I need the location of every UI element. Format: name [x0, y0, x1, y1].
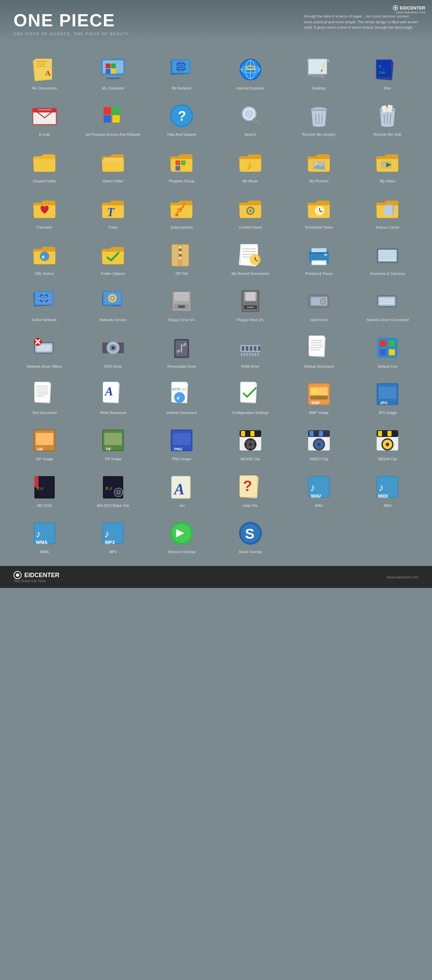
icon-hard-drive[interactable]: Hard Drive — [284, 281, 353, 327]
icon-subscriptions[interactable]: Subscriptions — [148, 188, 216, 235]
icon-favorites[interactable]: Favorites — [10, 188, 79, 235]
icon-bmp-image[interactable]: BMP BMP Image — [284, 374, 353, 420]
icon-control-panel[interactable]: Control Panel — [216, 188, 284, 235]
icons-grid: A My Documents My Computer My Network — [10, 49, 422, 559]
icon-internet-document[interactable]: HTTP:// e Internet Document — [148, 374, 216, 420]
icon-dvd-drive[interactable]: DVD Drive — [79, 328, 147, 374]
icon-removable-drive[interactable]: Removable Drive — [148, 328, 216, 374]
write-document-label: Write Document — [100, 410, 127, 415]
icon-help-support[interactable]: ? Help And Support — [148, 95, 216, 142]
icon-scanners-cameras[interactable]: Scanners & Cameras — [353, 235, 422, 281]
svg-point-1 — [394, 7, 397, 9]
svg-point-251 — [249, 448, 251, 450]
icon-gif-image[interactable]: GIF GIF Image — [10, 420, 79, 466]
icon-media-clip[interactable]: MEDIA Clip — [353, 420, 422, 466]
icon-video-clip[interactable]: VIDEO Clip — [284, 420, 353, 466]
icon-default-document[interactable]: Default Document — [284, 328, 353, 374]
svg-line-57 — [254, 119, 260, 125]
my-documents-icon: A — [31, 56, 58, 83]
icon-ms-dos-batch[interactable]: C:/ MS-DOS Batch File — [79, 467, 147, 513]
icon-scheduled-tasks[interactable]: Scheduled Tasks — [284, 188, 353, 235]
icon-network-service[interactable]: Network Service — [79, 281, 147, 327]
icon-write-document[interactable]: A Write Document — [79, 374, 147, 420]
icon-tif-image[interactable]: TIF TIF Image — [79, 420, 147, 466]
icon-wma[interactable]: ♪ WMA WMA — [10, 513, 79, 559]
icon-floppy-drive-514[interactable]: Floppy Drive 5¼ — [148, 281, 216, 327]
icon-my-music[interactable]: ♪ My Music — [216, 142, 284, 188]
svg-text:WMA: WMA — [36, 539, 48, 545]
icon-midi[interactable]: ♪ MIDI MIDI — [353, 467, 422, 513]
icon-my-video[interactable]: My Video — [353, 142, 422, 188]
icon-open-folder[interactable]: Open Folder — [79, 142, 147, 188]
hard-drive-label: Hard Drive — [310, 317, 328, 322]
svg-text:e: e — [42, 253, 44, 260]
internet-explorer-icon — [237, 56, 264, 83]
svg-point-133 — [111, 297, 114, 299]
icon-url-history[interactable]: e URL History — [10, 235, 79, 281]
icon-jpg-image[interactable]: JPG JPG Image — [353, 374, 422, 420]
svg-rect-116 — [379, 250, 396, 261]
icon-search[interactable]: Search — [216, 95, 284, 142]
subscriptions-label: Subscriptions — [170, 225, 193, 230]
icon-default-icon[interactable]: Default Icon — [353, 328, 422, 374]
icon-fonts[interactable]: T Fonts — [79, 188, 147, 235]
icon-my-pictures[interactable]: My Pictures — [284, 142, 353, 188]
svg-rect-87 — [384, 205, 392, 215]
svg-rect-143 — [246, 293, 255, 301]
my-pictures-icon — [305, 149, 332, 176]
dvd-drive-icon — [100, 334, 127, 361]
svg-rect-245 — [251, 431, 254, 436]
zip-file-icon — [168, 242, 195, 269]
icon-my-recent-documents[interactable]: My Recent Documents — [216, 235, 284, 281]
icon-internet-explorer[interactable]: Internet Explorer — [216, 49, 284, 95]
icon-my-documents[interactable]: A My Documents — [10, 49, 79, 95]
svg-rect-16 — [111, 69, 116, 74]
icon-set-program-access[interactable]: set Program Access And Defaults — [79, 95, 147, 142]
icon-recycle-bin-empty[interactable]: Recycle Bin (empty) — [284, 95, 353, 142]
icon-png-image[interactable]: PNG PNG Image — [148, 420, 216, 466]
icon-text-document[interactable]: Text Document — [10, 374, 79, 420]
desktop-label: Desktop — [312, 86, 326, 91]
icon-printers-faxes[interactable]: Printers & Faxes — [284, 235, 353, 281]
svg-text:PNG: PNG — [174, 447, 182, 451]
icon-run[interactable]: >_ run Run — [353, 49, 422, 95]
share-overlay-label: Share Overlay — [238, 549, 262, 554]
icon-wav[interactable]: ♪ WAV WAV — [284, 467, 353, 513]
icon-mp3[interactable]: ♪ MP3 MP3 — [79, 513, 147, 559]
ms-dos-batch-label: MS-DOS Batch File — [97, 503, 129, 508]
network-service-label: Network Service — [100, 317, 127, 322]
folder-options-icon — [100, 242, 127, 269]
jpg-image-label: JPG Image — [378, 410, 397, 415]
icon-configuration-settings[interactable]: Configuration Settings — [216, 374, 284, 420]
icon-activex-cache[interactable]: Activex Cache — [353, 188, 422, 235]
icon-closed-folder[interactable]: Closed Folder — [10, 142, 79, 188]
icon-ram-drive[interactable]: RAM Drive — [216, 328, 284, 374]
icon-entire-network[interactable]: Entire Network — [10, 281, 79, 327]
icon-email[interactable]: E-mail — [10, 95, 79, 142]
media-clip-icon — [374, 427, 401, 454]
icon-movie-clip[interactable]: MOVIE Clip — [216, 420, 284, 466]
icon-network-drive-connected[interactable]: Network Drive Connected — [353, 281, 422, 327]
icon-font-file[interactable]: A .fon — [148, 467, 216, 513]
png-image-icon: PNG — [168, 427, 195, 454]
icon-desktop[interactable]: Desktop — [284, 49, 353, 95]
my-computer-icon — [100, 56, 127, 83]
footer-tagline: Your Brand Our Form — [14, 579, 59, 583]
icon-my-computer[interactable]: My Computer — [79, 49, 147, 95]
svg-rect-197 — [380, 340, 386, 347]
icon-shortcut-overlay[interactable]: Shortcut Overlay — [148, 513, 216, 559]
icon-share-overlay[interactable]: S Share Overlay — [216, 513, 284, 559]
svg-rect-48 — [113, 107, 120, 115]
svg-text:run: run — [379, 70, 386, 75]
icon-my-network[interactable]: My Network — [148, 49, 216, 95]
svg-text:MIDI: MIDI — [378, 493, 388, 499]
icon-recycle-bin-full[interactable]: Recycle Bin (full) — [353, 95, 422, 142]
icon-network-drive-offline[interactable]: Network Drive Offline — [10, 328, 79, 374]
icon-folder-options[interactable]: Folder Options — [79, 235, 147, 281]
icon-zip-file[interactable]: ZIP File — [148, 235, 216, 281]
icon-help-file[interactable]: ? Help File — [216, 467, 284, 513]
icon-ms-dos[interactable]: C:/ MS-DOS — [10, 467, 79, 513]
icon-floppy-drive-312[interactable]: Floppy Drive 3½ — [216, 281, 284, 327]
icon-program-group[interactable]: Program Group — [148, 142, 216, 188]
ms-dos-icon: C:/ — [31, 474, 58, 501]
